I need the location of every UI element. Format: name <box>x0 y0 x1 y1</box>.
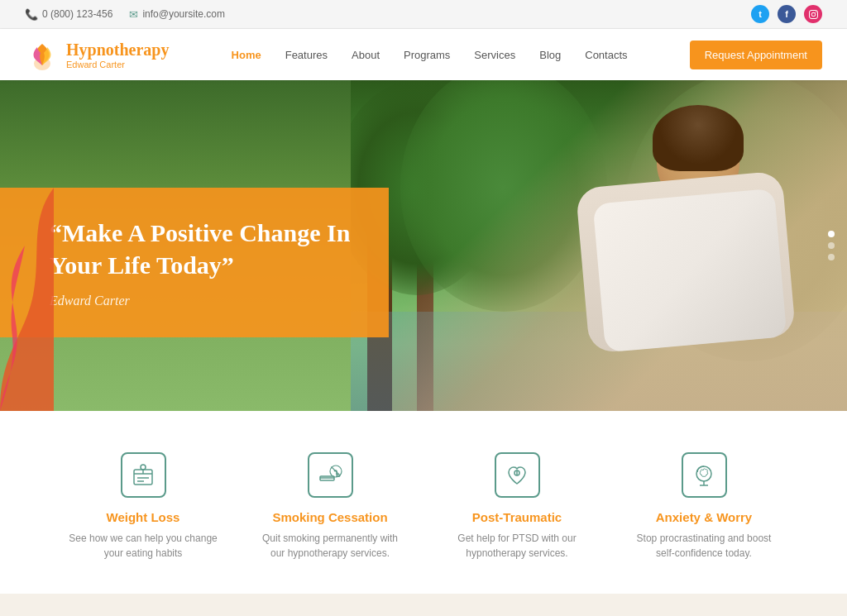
phone-icon: 📞 <box>25 8 38 21</box>
hero-quote: “Make A Positive Change In Your Life Tod… <box>50 217 356 281</box>
top-bar: 📞 0 (800) 123-456 ✉ info@yoursite.com t … <box>0 0 847 29</box>
hero-quote-box: “Make A Positive Change In Your Life Tod… <box>0 188 389 337</box>
email-icon: ✉ <box>129 8 138 21</box>
social-links: t f <box>751 5 822 23</box>
bottom-teaser: Hello! I'm Edward <box>0 594 847 616</box>
service-desc-4: Stop procrastinating and boost self-conf… <box>629 531 778 561</box>
logo-text: Hypnotherapy Edward Carter <box>66 41 169 69</box>
nav-blog[interactable]: Blog <box>529 44 571 66</box>
svg-line-11 <box>332 466 341 475</box>
header: Hypnotherapy Edward Carter Home Features… <box>0 29 847 80</box>
service-title-4: Anxiety & Worry <box>656 510 752 524</box>
hero-section: “Make A Positive Change In Your Life Tod… <box>0 80 847 411</box>
hero-image <box>351 80 847 411</box>
slide-dot-2[interactable] <box>828 242 835 249</box>
nav-about[interactable]: About <box>342 44 390 66</box>
service-title-3: Post-Traumatic <box>472 510 562 524</box>
service-ptsd: Post-Traumatic Get help for PTSD with ou… <box>443 452 591 561</box>
slide-dot-1[interactable] <box>828 231 835 237</box>
logo-subtitle: Edward Carter <box>66 60 169 69</box>
smoking-icon <box>308 452 353 498</box>
nav-services[interactable]: Services <box>464 44 525 66</box>
service-desc-3: Get help for PTSD with our hypnotherapy … <box>443 531 591 561</box>
ptsd-icon <box>495 452 540 498</box>
nav-programs[interactable]: Programs <box>394 44 460 66</box>
main-nav: Home Features About Programs Services Bl… <box>222 44 638 66</box>
woman-hair <box>653 105 744 171</box>
woman-shirt <box>593 189 787 352</box>
hero-author: Edward Carter <box>50 294 356 308</box>
services-section: Weight Loss See how we can help you chan… <box>0 411 847 594</box>
logo-icon <box>25 37 60 72</box>
nav-home[interactable]: Home <box>222 44 271 66</box>
service-smoking: Smoking Cessation Quit smoking permanent… <box>256 452 404 561</box>
nav-features[interactable]: Features <box>275 44 337 66</box>
request-appointment-button[interactable]: Request Appointment <box>690 41 822 69</box>
svg-point-3 <box>141 465 146 470</box>
slide-dot-3[interactable] <box>828 254 835 260</box>
twitter-link[interactable]: t <box>751 5 769 23</box>
instagram-link[interactable] <box>804 5 822 23</box>
email-address: info@yoursite.com <box>142 8 225 20</box>
service-weight-loss: Weight Loss See how we can help you chan… <box>69 452 218 561</box>
email-info: ✉ info@yoursite.com <box>129 8 225 21</box>
service-anxiety: Anxiety & Worry Stop procrastinating and… <box>629 452 778 561</box>
logo-title: Hypnotherapy <box>66 41 169 60</box>
phone-number: 0 (800) 123-456 <box>42 8 112 20</box>
slide-dots <box>828 231 835 260</box>
service-title-1: Weight Loss <box>107 510 180 524</box>
facebook-link[interactable]: f <box>778 5 796 23</box>
anxiety-icon <box>682 452 727 498</box>
hero-decoration <box>0 188 54 411</box>
weight-loss-icon <box>121 452 166 498</box>
service-desc-2: Quit smoking permanently with our hypnot… <box>256 531 404 561</box>
phone-info: 📞 0 (800) 123-456 <box>25 8 112 21</box>
nav-contacts[interactable]: Contacts <box>575 44 637 66</box>
top-bar-contact: 📞 0 (800) 123-456 ✉ info@yoursite.com <box>25 8 225 21</box>
service-title-2: Smoking Cessation <box>272 510 387 524</box>
woman-figure <box>574 97 806 411</box>
logo[interactable]: Hypnotherapy Edward Carter <box>25 37 169 72</box>
service-desc-1: See how we can help you change your eati… <box>69 531 218 561</box>
